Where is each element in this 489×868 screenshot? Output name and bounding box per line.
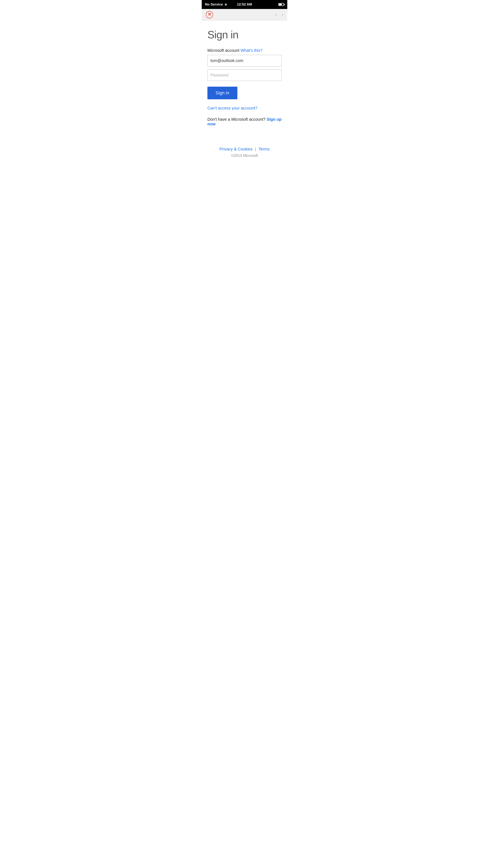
page-title: Sign in [207,29,282,41]
main-content: Sign in Microsoft account What's this? S… [202,21,287,174]
status-time: 12:52 AM [237,2,252,6]
signup-text: Don't have a Microsoft account? Sign up … [207,117,282,126]
privacy-link[interactable]: Privacy & Cookies [220,147,253,152]
browser-nav-bar: ✕ ‹ › [202,9,287,21]
footer-divider: | [255,147,256,152]
microsoft-account-text: Microsoft account [207,48,239,53]
footer-links: Privacy & Cookies | Terms [207,147,282,152]
footer-copyright: ©2013 Microsoft [207,154,282,158]
terms-link[interactable]: Terms [259,147,269,152]
back-arrow-icon[interactable]: ‹ [274,11,278,18]
status-right [278,3,284,6]
sign-in-button[interactable]: Sign in [207,87,237,99]
no-account-text: Don't have a Microsoft account? [207,117,265,122]
forward-arrow-icon[interactable]: › [281,11,284,18]
close-icon: ✕ [207,12,211,17]
account-label: Microsoft account What's this? [207,48,282,53]
password-field[interactable] [207,69,282,81]
close-circle: ✕ [206,11,213,18]
email-field[interactable] [207,55,282,66]
battery-fill [279,4,282,5]
battery-icon [278,3,284,6]
close-button[interactable]: ✕ [205,10,214,19]
no-service-label: No Service [205,2,223,6]
status-left: No Service ⊜ [205,2,227,6]
footer: Privacy & Cookies | Terms ©2013 Microsof… [207,147,282,166]
cant-access-link[interactable]: Can't access your account? [207,106,282,111]
wifi-icon: ⊜ [225,3,227,6]
status-bar: No Service ⊜ 12:52 AM [202,0,287,9]
whats-this-link[interactable]: What's this? [240,48,262,53]
nav-arrows: ‹ › [274,11,284,18]
